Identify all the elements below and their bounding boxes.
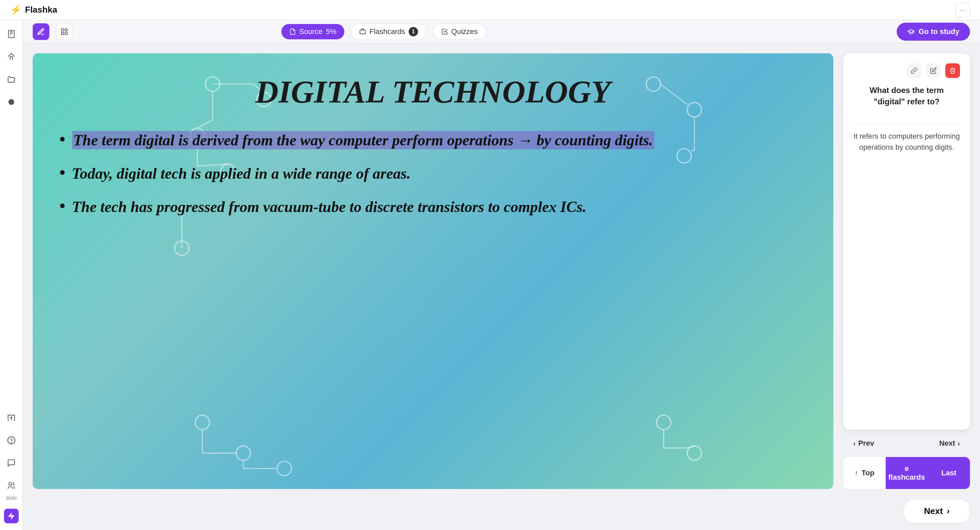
quizzes-label: Quizzes	[451, 27, 478, 36]
slide-area: DIGITAL TECHNOLOGY • The term digital is…	[23, 43, 980, 499]
svg-rect-0	[8, 30, 14, 38]
slide-bullet-1-text: The term digital is derived from the way…	[72, 131, 654, 150]
users-count: 35/50	[6, 496, 17, 501]
toolbar-right: Go to study	[897, 23, 970, 41]
sidebar-item-users[interactable]	[4, 478, 19, 493]
svg-point-40	[687, 446, 702, 460]
svg-rect-11	[61, 32, 64, 35]
flashcards-tab[interactable]: Flashcards 1	[351, 23, 426, 40]
sidebar-item-help[interactable]	[4, 433, 19, 448]
bullet-dot-3: •	[59, 195, 65, 216]
flashcard-list-button[interactable]: e flashcards	[886, 457, 928, 489]
source-percent: 5%	[326, 27, 336, 36]
svg-point-32	[195, 415, 210, 430]
prev-label: Prev	[858, 439, 874, 448]
top-arrow-icon: ↑	[854, 469, 858, 477]
flashcard-bottom-nav: ↑ Top e flashcards Last	[843, 457, 970, 489]
sidebar-item-export[interactable]	[4, 410, 19, 425]
sidebar-item-chat[interactable]	[4, 456, 19, 470]
svg-rect-9	[61, 29, 64, 31]
main-layout: 35/50 Source 5% Flashcards	[0, 20, 980, 530]
slide-container: DIGITAL TECHNOLOGY • The term digital is…	[33, 53, 833, 489]
slide-bullet-3: • The tech has progressed from vacuum-tu…	[59, 197, 807, 217]
flashcard-delete-button[interactable]	[945, 63, 960, 78]
svg-rect-12	[65, 32, 67, 35]
next-page-button[interactable]: Next ›	[904, 499, 970, 523]
prev-arrow-icon: ‹	[853, 440, 856, 447]
chat-button[interactable]: ⋯	[955, 3, 970, 18]
app-name: Flashka	[25, 5, 57, 15]
flashcards-label: Flashcards	[369, 27, 405, 36]
svg-point-34	[277, 462, 292, 476]
sidebar: 35/50	[0, 20, 23, 530]
sidebar-item-lightning[interactable]	[4, 509, 19, 523]
svg-point-39	[656, 415, 671, 430]
flashcard-prev-button[interactable]: ‹ Prev	[847, 435, 881, 452]
next-button-area: Next ›	[23, 499, 980, 530]
toolbar-center: Source 5% Flashcards 1 Quizzes	[282, 23, 486, 40]
svg-line-43	[687, 446, 695, 448]
top-label: Top	[861, 469, 874, 477]
last-label: Last	[941, 469, 956, 477]
flashcard-divider	[853, 124, 960, 124]
sidebar-item-circle[interactable]	[4, 95, 19, 109]
svg-rect-13	[360, 30, 366, 34]
flashcard-edit-button[interactable]	[926, 63, 941, 78]
flashcards-list-label: e flashcards	[886, 464, 928, 482]
logo-area: ⚡ Flashka	[10, 4, 57, 15]
slide-bullet-2-text: Today, digital tech is applied in a wide…	[72, 164, 410, 184]
highlighted-text-1: The term digital is derived from the way…	[72, 131, 654, 149]
next-arrow-icon: ›	[958, 440, 960, 447]
circuit-decoration	[33, 53, 833, 489]
sidebar-item-document[interactable]	[4, 27, 19, 41]
flashcard-question: What does the term "digital" refer to?	[853, 85, 960, 107]
quizzes-tab[interactable]: Quizzes	[433, 24, 486, 40]
svg-marker-8	[8, 512, 15, 520]
slide-bullet-3-text: The tech has progressed from vacuum-tube…	[72, 197, 587, 217]
flashcard-navigation: ‹ Prev Next ›	[843, 435, 970, 452]
source-label: Source	[299, 27, 323, 36]
svg-point-6	[11, 442, 11, 443]
next-page-label: Next	[924, 506, 943, 516]
flashcards-count: 1	[409, 27, 418, 36]
next-page-icon: ›	[947, 506, 950, 516]
go-to-study-label: Go to study	[919, 27, 959, 36]
slide-bullet-1: • The term digital is derived from the w…	[59, 131, 807, 150]
flashcard-last-button[interactable]: Last	[928, 457, 970, 489]
svg-point-4	[8, 99, 14, 105]
flashcard-panel: What does the term "digital" refer to? I…	[843, 53, 970, 489]
topbar-right: ⋯	[955, 3, 970, 18]
flashcard-top-button[interactable]: ↑ Top	[843, 457, 886, 489]
logo-icon: ⚡	[10, 4, 22, 15]
sidebar-item-folder[interactable]	[4, 72, 19, 87]
slide-bullet-2: • Today, digital tech is applied in a wi…	[59, 164, 807, 184]
topbar: ⚡ Flashka ⋯	[0, 0, 980, 20]
flashcard-actions	[853, 63, 960, 78]
flashcard-link-button[interactable]	[907, 63, 921, 78]
svg-line-19	[197, 120, 213, 128]
sidebar-item-home[interactable]	[4, 49, 19, 64]
slide-content: • The term digital is derived from the w…	[59, 131, 807, 230]
flashcard-answer: It refers to computers performing operat…	[853, 131, 960, 420]
slide-title: DIGITAL TECHNOLOGY	[59, 73, 807, 110]
source-tab[interactable]: Source 5%	[282, 24, 345, 39]
bullet-dot-1: •	[59, 128, 65, 150]
svg-point-33	[236, 446, 251, 460]
svg-rect-10	[65, 29, 67, 31]
pen-tool-button[interactable]	[33, 23, 49, 40]
flashcard: What does the term "digital" refer to? I…	[843, 53, 970, 430]
go-to-study-button[interactable]: Go to study	[897, 23, 970, 41]
svg-point-7	[9, 482, 12, 485]
next-label: Next	[939, 439, 955, 448]
bullet-dot-2: •	[59, 162, 65, 183]
toolbar: Source 5% Flashcards 1 Quizzes Go to stu…	[23, 20, 980, 43]
svg-point-25	[175, 241, 189, 255]
content-area: Source 5% Flashcards 1 Quizzes Go to stu…	[23, 20, 980, 530]
flashcard-next-button[interactable]: Next ›	[933, 435, 967, 452]
grid-tool-button[interactable]	[56, 23, 73, 40]
